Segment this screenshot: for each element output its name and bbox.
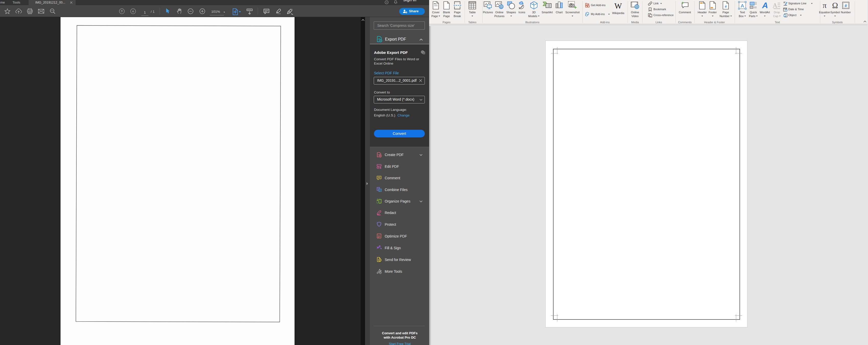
svg-text:?: ? (386, 1, 387, 4)
